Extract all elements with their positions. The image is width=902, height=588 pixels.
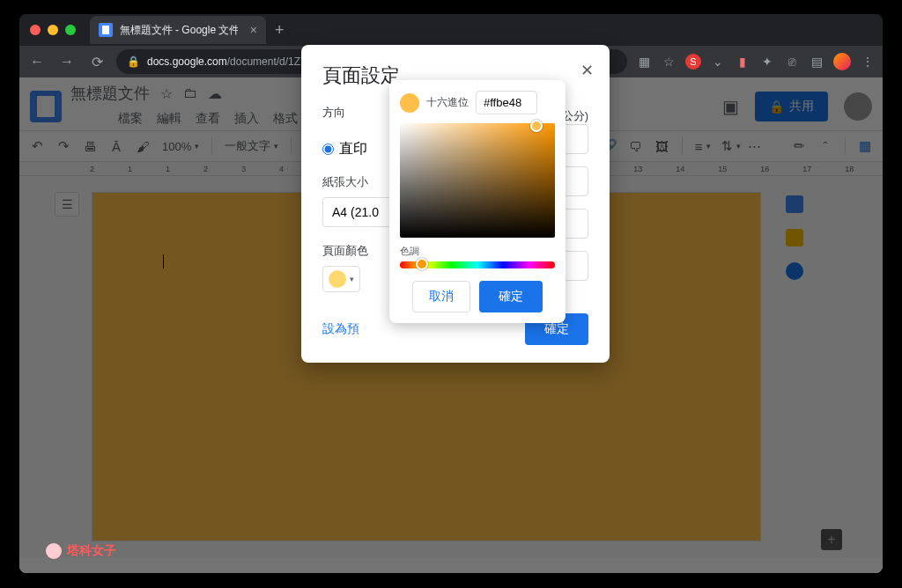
- menu-edit[interactable]: 編輯: [152, 107, 187, 130]
- text-cursor: [163, 254, 164, 268]
- hue-label: 色調: [400, 245, 555, 258]
- orientation-label: 方向: [322, 105, 345, 121]
- more-tools-icon[interactable]: ⋯: [744, 138, 765, 154]
- close-window-icon[interactable]: [30, 25, 41, 35]
- side-panel: [773, 192, 816, 541]
- comments-icon[interactable]: ▣: [714, 91, 746, 122]
- account-avatar[interactable]: [844, 92, 872, 121]
- back-icon[interactable]: ←: [26, 54, 48, 70]
- hex-input[interactable]: [476, 91, 537, 114]
- color-picker-popover: 十六進位 色調 取消 確定: [389, 80, 566, 323]
- menu-file[interactable]: 檔案: [113, 107, 148, 130]
- move-doc-icon[interactable]: 🗀: [183, 85, 197, 101]
- redo-icon[interactable]: ↷: [53, 138, 74, 154]
- browser-window: 無標題文件 - Google 文件 × + ← → ⟳ 🔒 docs.googl…: [19, 14, 883, 573]
- new-tab-button[interactable]: +: [275, 21, 285, 40]
- image-icon[interactable]: 🖼: [652, 139, 673, 154]
- menu-format[interactable]: 格式: [268, 107, 303, 130]
- add-sidepanel-icon[interactable]: +: [821, 529, 842, 550]
- menu-view[interactable]: 查看: [190, 107, 226, 130]
- hue-slider[interactable]: [400, 261, 555, 268]
- cloud-status-icon[interactable]: ☁: [208, 85, 222, 102]
- collapse-icon[interactable]: ˆ: [815, 139, 836, 154]
- paint-format-icon[interactable]: 🖌: [132, 139, 153, 154]
- profile-avatar[interactable]: [833, 53, 851, 70]
- extension-s-icon[interactable]: S: [685, 54, 701, 70]
- watermark-icon: [46, 543, 62, 559]
- tasks-icon[interactable]: [786, 262, 803, 280]
- docs-logo-icon[interactable]: [30, 91, 62, 122]
- dialog-close-icon[interactable]: ✕: [580, 61, 594, 80]
- lock-share-icon: 🔒: [769, 99, 784, 114]
- sv-thumb-handle[interactable]: [530, 120, 543, 132]
- browser-menu-icon[interactable]: ⋮: [860, 54, 876, 70]
- qr-icon[interactable]: ▦: [636, 54, 652, 70]
- menu-insert[interactable]: 插入: [229, 107, 264, 130]
- spellcheck-icon[interactable]: Ā: [106, 139, 127, 154]
- align-icon[interactable]: ≡: [691, 139, 713, 154]
- picker-confirm-button[interactable]: 確定: [479, 281, 543, 312]
- star-icon[interactable]: ☆: [661, 54, 676, 70]
- sidebar-toggle-icon[interactable]: ▦: [854, 138, 876, 154]
- star-doc-icon[interactable]: ☆: [160, 85, 173, 102]
- picker-current-swatch-icon: [400, 93, 419, 113]
- tab-title: 無標題文件 - Google 文件: [120, 23, 238, 38]
- outline-toggle-icon[interactable]: ☰: [55, 192, 79, 217]
- extensions-icon[interactable]: ✦: [759, 54, 775, 70]
- style-select[interactable]: 一般文字: [221, 138, 282, 154]
- zoom-select[interactable]: 100%: [159, 140, 203, 153]
- hue-thumb-handle[interactable]: [416, 258, 428, 270]
- forward-icon[interactable]: →: [56, 54, 78, 70]
- minimize-window-icon[interactable]: [48, 25, 58, 35]
- docs-favicon-icon: [99, 23, 113, 37]
- reload-icon[interactable]: ⟳: [86, 54, 107, 70]
- hex-label: 十六進位: [426, 95, 469, 110]
- titlebar: 無標題文件 - Google 文件 × +: [19, 14, 883, 46]
- bookmark-ext-icon[interactable]: ▮: [735, 54, 750, 70]
- tab-close-icon[interactable]: ×: [250, 23, 257, 37]
- lock-icon: 🔒: [127, 55, 140, 68]
- editing-mode-icon[interactable]: ✏: [788, 138, 810, 154]
- window-controls: [19, 25, 86, 35]
- keep-icon[interactable]: [786, 229, 803, 246]
- watermark: 塔科女子: [46, 543, 116, 559]
- undo-icon[interactable]: ↶: [26, 138, 48, 154]
- reader-icon[interactable]: ▤: [809, 54, 824, 70]
- comment-icon[interactable]: 🗨: [625, 139, 647, 154]
- line-spacing-icon[interactable]: ⇅: [718, 138, 739, 154]
- set-default-button[interactable]: 設為預: [322, 321, 359, 337]
- browser-tab[interactable]: 無標題文件 - Google 文件 ×: [90, 16, 266, 44]
- calendar-icon[interactable]: [786, 195, 803, 213]
- color-swatch-icon: [329, 270, 346, 288]
- print-icon[interactable]: 🖶: [79, 139, 100, 154]
- page-color-select[interactable]: [322, 266, 360, 292]
- document-title[interactable]: 無標題文件: [70, 83, 150, 104]
- cast-icon[interactable]: ⎚: [784, 54, 800, 70]
- maximize-window-icon[interactable]: [65, 25, 76, 35]
- share-button[interactable]: 🔒 共用: [755, 92, 828, 121]
- pocket-icon[interactable]: ⌄: [710, 54, 726, 70]
- saturation-value-area[interactable]: [400, 123, 555, 238]
- picker-cancel-button[interactable]: 取消: [412, 281, 470, 312]
